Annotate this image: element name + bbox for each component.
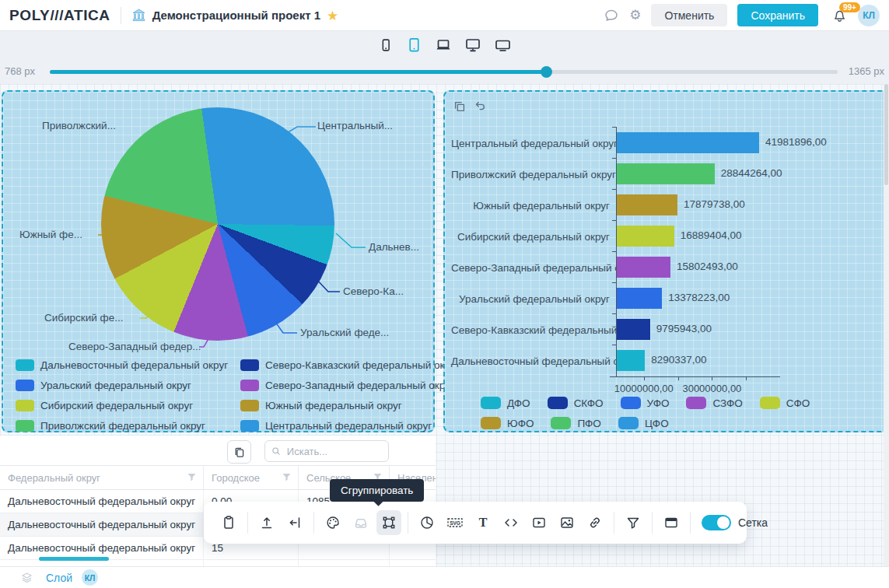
avatar[interactable]: КЛ	[858, 5, 880, 26]
vertical-scrollbar[interactable]	[884, 84, 889, 566]
save-button[interactable]: Сохранить	[737, 4, 818, 26]
widget-toolbar: SVGTСетка	[204, 502, 747, 544]
code-icon[interactable]	[499, 510, 523, 535]
device-size-bar	[0, 31, 889, 59]
image-icon[interactable]	[555, 510, 579, 535]
bar-row-СФО: Сибирский федеральный округ16889404,00	[451, 221, 787, 252]
bar-УФО[interactable]	[617, 288, 662, 309]
collapse-left-icon[interactable]	[282, 510, 307, 535]
upload-icon[interactable]	[254, 510, 279, 535]
filter-funnel-icon[interactable]	[282, 472, 292, 482]
cancel-button[interactable]: Отменить	[651, 4, 727, 26]
table-cell: 226,00	[390, 560, 436, 567]
panel-icon[interactable]	[659, 510, 684, 535]
bar-legend: ДФОСКФОУФОСЗФОСФОЮФОПФОЦФО	[481, 397, 852, 429]
bar-legend-item-ПФО[interactable]: ПФО	[551, 417, 600, 429]
legend-item-ЦФО[interactable]: Центральный федеральный округ	[240, 420, 459, 432]
bar-ЮФО[interactable]	[617, 194, 677, 215]
bar-legend-item-СФО[interactable]: СФО	[760, 397, 810, 409]
bar-СЗФО[interactable]	[617, 257, 670, 278]
bar-legend-item-ЮФО[interactable]: ЮФО	[481, 417, 534, 429]
bar-legend-label: СФО	[786, 397, 810, 409]
pie-chart[interactable]	[101, 107, 334, 341]
legend-item-СФО[interactable]: Сибирский федеральный округ	[16, 400, 228, 411]
filter-funnel-icon[interactable]	[187, 472, 197, 482]
search-input[interactable]	[285, 445, 382, 458]
legend-item-УФО[interactable]: Уральский федеральный округ	[16, 380, 228, 391]
pie-chart-icon[interactable]	[415, 510, 439, 535]
bring-forward-icon[interactable]	[453, 100, 467, 114]
bar-category-label: Сибирский федеральный округ	[451, 231, 616, 243]
bar-legend-item-ЦФО[interactable]: ЦФО	[618, 417, 669, 429]
svg-icon[interactable]: SVG	[443, 510, 467, 535]
legend-item-ДФО[interactable]: Дальневосточный федеральный округ	[16, 359, 228, 371]
device-desktop-icon[interactable]	[464, 36, 482, 54]
slider-min-label: 768 px	[5, 65, 35, 77]
bar-area: 9795943,00	[616, 314, 786, 345]
table-cell: Дальневосточный федеральный округ	[0, 513, 204, 537]
gear-icon[interactable]: ⚙	[629, 9, 641, 22]
table-search[interactable]	[264, 440, 389, 462]
bar-legend-chip-СФО	[760, 397, 780, 409]
favorite-star-icon[interactable]: ★	[327, 8, 338, 23]
bar-value-label: 16889404,00	[681, 229, 742, 241]
device-phone-icon[interactable]	[377, 36, 394, 54]
dashboard-canvas[interactable]: Центральный...Дальнев...Северо-Ка...Урал…	[0, 84, 889, 566]
device-tv-icon[interactable]	[493, 36, 513, 54]
bar-category-label: Северо-Западный федеральный ок...	[451, 262, 616, 274]
bar-category-label: Уральский федеральный округ	[451, 293, 616, 305]
link-icon[interactable]	[583, 510, 607, 535]
notifications-bell[interactable]: 99+	[831, 7, 848, 23]
bar-ЦФО[interactable]	[617, 132, 759, 153]
grid-toggle[interactable]	[702, 515, 731, 530]
axis-tick	[612, 282, 617, 283]
legend-label: Южный федеральный округ	[265, 400, 402, 411]
bar-chart-widget[interactable]: Центральный федеральный округ41981896,00…	[443, 90, 887, 432]
copy-button[interactable]	[227, 440, 251, 464]
bar-chart: Центральный федеральный округ41981896,00…	[451, 128, 787, 376]
group-icon[interactable]	[376, 510, 401, 535]
table-horizontal-scrollbar[interactable]	[39, 557, 109, 561]
legend-label: Уральский федеральный округ	[40, 380, 191, 391]
bar-ДФО[interactable]	[617, 350, 645, 371]
table-cell: 0,00	[204, 560, 299, 567]
bar-legend-item-СКФО[interactable]: СКФО	[548, 397, 604, 409]
undo-arrow-icon[interactable]	[473, 100, 487, 114]
device-tablet-icon[interactable]	[405, 36, 423, 54]
bar-ПФО[interactable]	[617, 163, 715, 184]
clipboard-icon[interactable]	[216, 510, 241, 535]
video-icon[interactable]	[527, 510, 551, 535]
legend-item-СКФО[interactable]: Северо-Кавказский федеральный округ	[240, 359, 459, 371]
axis-tick	[612, 220, 617, 221]
bar-legend-item-УФО[interactable]: УФО	[621, 397, 670, 409]
bar-СКФО[interactable]	[617, 319, 650, 340]
svg-text:T: T	[479, 516, 488, 529]
bar-legend-item-СЗФО[interactable]: СЗФО	[686, 397, 742, 409]
bar-СФО[interactable]	[617, 226, 674, 247]
axis-tick	[612, 189, 617, 190]
chat-icon[interactable]	[604, 8, 619, 23]
legend-item-ПФО[interactable]: Приволжский федеральный округ	[16, 420, 228, 432]
palette-icon[interactable]	[320, 510, 345, 535]
filter-icon[interactable]	[621, 510, 646, 535]
column-header-2[interactable]: Городское	[204, 466, 299, 490]
layer-tab[interactable]: Слой	[46, 572, 72, 584]
legend-label: Северо-Западный федеральный округ	[265, 380, 454, 391]
vertical-scrollbar-thumb[interactable]	[884, 84, 888, 185]
pie-chart-widget[interactable]: Центральный...Дальнев...Северо-Ка...Урал…	[2, 90, 435, 432]
column-header-1[interactable]: Федеральный округ	[0, 466, 204, 490]
bar-value-label: 8290337,00	[651, 354, 706, 366]
bar-row-ПФО: Приволжский федеральный округ28844264,00	[451, 159, 787, 190]
axis-tick	[612, 127, 617, 128]
text-icon[interactable]: T	[471, 510, 495, 535]
width-slider-handle[interactable]	[541, 66, 552, 78]
column-header-label: Федеральный округ	[8, 472, 100, 484]
device-laptop-icon[interactable]	[434, 36, 453, 54]
legend-item-СЗФО[interactable]: Северо-Западный федеральный округ	[240, 380, 459, 391]
legend-item-ЮФО[interactable]: Южный федеральный округ	[240, 400, 459, 411]
pie-callout-ПФО: Приволжский...	[42, 120, 116, 131]
layers-icon[interactable]	[20, 571, 33, 584]
tray-icon[interactable]	[348, 510, 373, 535]
bar-legend-item-ДФО[interactable]: ДФО	[481, 397, 530, 409]
width-slider-track[interactable]	[50, 70, 838, 74]
